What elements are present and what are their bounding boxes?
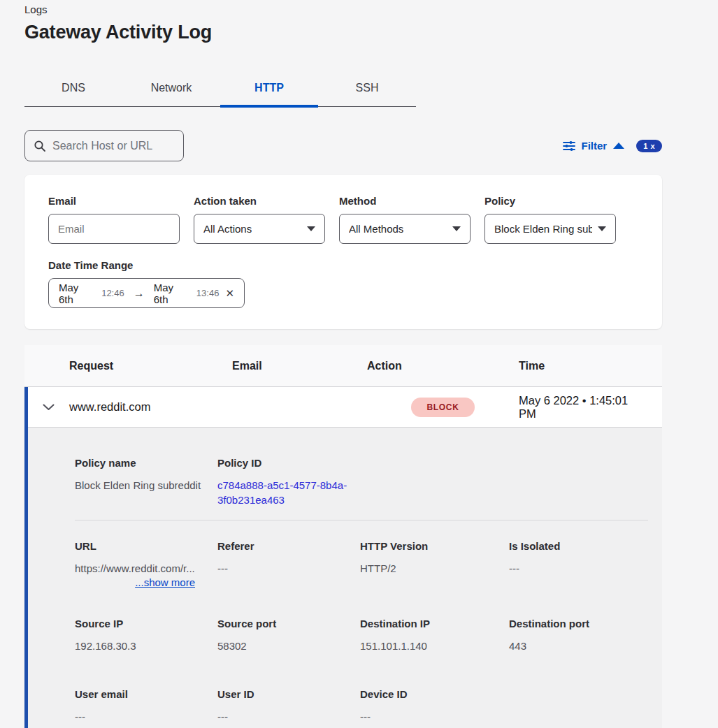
- policy-id-label: Policy ID: [217, 457, 360, 469]
- destination-port-value: 443: [509, 639, 648, 653]
- policy-field-label: Policy: [484, 195, 616, 207]
- http-version-label: HTTP Version: [360, 540, 509, 552]
- chevron-down-icon: [452, 226, 461, 231]
- detail-section-policy: Policy name Block Elden Ring subreddit P…: [28, 428, 662, 520]
- policy-select-value: Block Elden Ring subre...: [494, 223, 592, 235]
- detail-policy-id: Policy ID c784a888-a5c1-4577-8b4a-3f0b23…: [217, 457, 360, 507]
- toolbar: Filter 1 x: [24, 130, 662, 161]
- filter-field-email: Email: [48, 195, 180, 244]
- action-select[interactable]: All Actions: [194, 214, 325, 244]
- source-port-value: 58302: [217, 639, 360, 653]
- user-id-label: User ID: [217, 688, 360, 700]
- detail-device-id: Device ID ---: [360, 688, 509, 724]
- detail-referer: Referer ---: [217, 540, 360, 588]
- breadcrumb: Logs: [24, 0, 662, 15]
- detail-section-user: User email --- User ID --- Device ID ---: [28, 670, 662, 728]
- tab-ssh[interactable]: SSH: [318, 75, 416, 106]
- log-detail-panel: Policy name Block Elden Ring subreddit P…: [28, 427, 662, 728]
- detail-section-http: URL https://www.reddit.com/r... ...show …: [28, 520, 662, 599]
- email-input[interactable]: [58, 223, 170, 235]
- source-ip-value: 192.168.30.3: [75, 639, 217, 653]
- destination-port-label: Destination port: [509, 618, 648, 629]
- column-header-request: Request: [69, 360, 232, 372]
- device-id-value: ---: [360, 709, 509, 724]
- column-header-action: Action: [367, 360, 519, 372]
- caret-up-icon: [613, 143, 624, 149]
- detail-source-ip: Source IP 192.168.30.3: [75, 618, 217, 653]
- detail-http-version: HTTP Version HTTP/2: [360, 540, 509, 588]
- date-range-label: Date Time Range: [48, 259, 638, 271]
- source-ip-label: Source IP: [75, 618, 217, 629]
- filter-field-method: Method All Methods: [339, 195, 471, 244]
- method-select[interactable]: All Methods: [339, 214, 471, 244]
- activity-log-table: Request Email Action Time www.reddit.com…: [24, 345, 662, 728]
- url-value: https://www.reddit.com/r...: [75, 561, 195, 576]
- detail-destination-ip: Destination IP 151.101.1.140: [360, 618, 509, 653]
- end-date: May 6th: [154, 282, 190, 305]
- destination-ip-value: 151.101.1.140: [360, 639, 509, 653]
- filter-field-policy: Policy Block Elden Ring subre...: [484, 195, 616, 244]
- chevron-down-icon: [43, 404, 55, 411]
- tab-bar: DNS Network HTTP SSH: [24, 75, 416, 107]
- filter-fields-row: Email Action taken All Actions Method Al…: [48, 195, 638, 244]
- tab-dns[interactable]: DNS: [24, 75, 122, 106]
- referer-label: Referer: [217, 540, 360, 552]
- start-time: 12:46: [101, 288, 124, 298]
- filter-sliders-icon: [563, 140, 575, 152]
- column-header-time: Time: [519, 360, 662, 372]
- action-block-badge: BLOCK: [411, 398, 474, 417]
- column-header-email: Email: [232, 360, 367, 372]
- policy-select[interactable]: Block Elden Ring subre...: [484, 214, 616, 244]
- detail-source-port: Source port 58302: [217, 618, 360, 653]
- filter-panel: Email Action taken All Actions Method Al…: [24, 175, 662, 329]
- http-version-value: HTTP/2: [360, 561, 509, 576]
- clear-date-range-icon[interactable]: ✕: [225, 287, 234, 300]
- detail-url: URL https://www.reddit.com/r... ...show …: [75, 540, 195, 588]
- source-port-label: Source port: [217, 618, 360, 629]
- detail-user-email: User email ---: [75, 688, 217, 724]
- url-label: URL: [75, 540, 195, 552]
- table-header: Request Email Action Time: [24, 345, 662, 387]
- search-icon: [34, 140, 46, 152]
- date-range-section: Date Time Range May 6th 12:46 → May 6th …: [48, 259, 638, 308]
- row-expand-toggle[interactable]: [28, 404, 69, 411]
- chevron-down-icon: [307, 226, 315, 231]
- user-email-label: User email: [75, 688, 217, 700]
- detail-is-isolated: Is Isolated ---: [509, 540, 648, 588]
- action-field-label: Action taken: [194, 195, 325, 207]
- is-isolated-label: Is Isolated: [509, 540, 648, 552]
- user-email-value: ---: [75, 709, 217, 724]
- policy-id-link[interactable]: c784a888-a5c1-4577-8b4a-3f0b231ea463: [217, 478, 357, 507]
- policy-name-value: Block Elden Ring subreddit: [75, 478, 217, 493]
- table-row[interactable]: www.reddit.com BLOCK May 6 2022 • 1:45:0…: [28, 387, 662, 427]
- page-title: Gateway Activity Log: [24, 22, 662, 43]
- filter-field-action: Action taken All Actions: [194, 195, 325, 244]
- email-field-label: Email: [48, 195, 180, 207]
- arrow-right-icon: →: [131, 287, 148, 300]
- filter-label: Filter: [582, 140, 608, 152]
- tab-http[interactable]: HTTP: [220, 75, 318, 106]
- date-range-picker[interactable]: May 6th 12:46 → May 6th 13:46 ✕: [48, 278, 245, 308]
- detail-user-id: User ID ---: [217, 688, 360, 724]
- tab-network[interactable]: Network: [122, 75, 220, 106]
- referer-value: ---: [217, 561, 360, 576]
- search-box[interactable]: [24, 130, 184, 161]
- end-time: 13:46: [196, 288, 220, 298]
- show-more-link[interactable]: ...show more: [75, 576, 195, 588]
- filter-button[interactable]: Filter 1 x: [563, 140, 662, 152]
- detail-section-network: Source IP 192.168.30.3 Source port 58302…: [28, 599, 662, 670]
- expanded-log-entry: www.reddit.com BLOCK May 6 2022 • 1:45:0…: [24, 387, 662, 728]
- search-input[interactable]: [52, 140, 175, 152]
- chevron-down-icon: [598, 226, 606, 231]
- is-isolated-value: ---: [509, 561, 648, 576]
- email-field[interactable]: [48, 214, 180, 244]
- destination-ip-label: Destination IP: [360, 618, 509, 629]
- action-select-value: All Actions: [203, 223, 252, 235]
- filter-count-badge[interactable]: 1 x: [636, 140, 662, 152]
- device-id-label: Device ID: [360, 688, 509, 700]
- detail-destination-port: Destination port 443: [509, 618, 648, 653]
- main-content: Logs Gateway Activity Log DNS Network HT…: [24, 0, 662, 728]
- row-request: www.reddit.com: [69, 400, 232, 414]
- method-field-label: Method: [339, 195, 471, 207]
- method-select-value: All Methods: [349, 223, 403, 235]
